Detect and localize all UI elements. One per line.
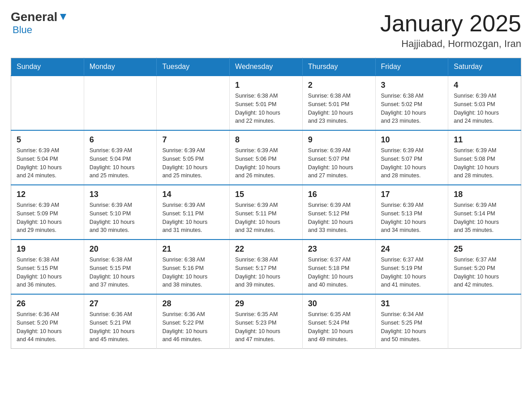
day-info: Sunrise: 6:39 AM Sunset: 5:06 PM Dayligh… [235,146,297,180]
calendar-cell: 31Sunrise: 6:34 AM Sunset: 5:25 PM Dayli… [375,294,448,349]
day-info: Sunrise: 6:39 AM Sunset: 5:07 PM Dayligh… [308,146,370,180]
day-info: Sunrise: 6:37 AM Sunset: 5:19 PM Dayligh… [381,256,443,289]
day-info: Sunrise: 6:38 AM Sunset: 5:17 PM Dayligh… [235,256,297,289]
logo: General Blue [11,11,68,36]
calendar-cell: 12Sunrise: 6:39 AM Sunset: 5:09 PM Dayli… [11,185,84,240]
calendar-cell: 11Sunrise: 6:39 AM Sunset: 5:08 PM Dayli… [448,130,521,185]
calendar-cell: 26Sunrise: 6:36 AM Sunset: 5:20 PM Dayli… [11,294,84,349]
day-info: Sunrise: 6:38 AM Sunset: 5:15 PM Dayligh… [17,256,78,289]
day-info: Sunrise: 6:39 AM Sunset: 5:04 PM Dayligh… [90,146,151,180]
day-number: 21 [162,244,224,254]
day-info: Sunrise: 6:39 AM Sunset: 5:09 PM Dayligh… [17,201,78,235]
day-number: 11 [454,135,515,145]
calendar-cell: 8Sunrise: 6:39 AM Sunset: 5:06 PM Daylig… [230,130,303,185]
day-number: 14 [162,190,224,199]
calendar-cell: 20Sunrise: 6:38 AM Sunset: 5:15 PM Dayli… [84,240,157,294]
day-number: 6 [90,135,151,145]
day-info: Sunrise: 6:39 AM Sunset: 5:03 PM Dayligh… [454,92,515,125]
calendar-cell: 14Sunrise: 6:39 AM Sunset: 5:11 PM Dayli… [157,185,230,240]
day-info: Sunrise: 6:39 AM Sunset: 5:04 PM Dayligh… [17,146,78,180]
day-number: 13 [90,190,151,199]
day-info: Sunrise: 6:37 AM Sunset: 5:18 PM Dayligh… [308,256,370,289]
day-number: 20 [90,244,151,254]
day-number: 12 [17,190,78,199]
day-number: 23 [308,244,370,254]
calendar-week-row: 5Sunrise: 6:39 AM Sunset: 5:04 PM Daylig… [11,130,521,185]
day-info: Sunrise: 6:39 AM Sunset: 5:14 PM Dayligh… [454,201,515,235]
calendar-subtitle: Hajjiabad, Hormozgan, Iran [380,38,521,50]
day-number: 4 [454,81,515,90]
day-info: Sunrise: 6:39 AM Sunset: 5:13 PM Dayligh… [381,201,443,235]
day-info: Sunrise: 6:36 AM Sunset: 5:20 PM Dayligh… [17,310,78,344]
calendar-cell: 9Sunrise: 6:39 AM Sunset: 5:07 PM Daylig… [302,130,375,185]
logo-general-text: General [11,11,57,23]
calendar-cell: 7Sunrise: 6:39 AM Sunset: 5:05 PM Daylig… [157,130,230,185]
day-info: Sunrise: 6:38 AM Sunset: 5:02 PM Dayligh… [381,92,443,125]
day-info: Sunrise: 6:38 AM Sunset: 5:15 PM Dayligh… [90,256,151,289]
calendar-cell: 18Sunrise: 6:39 AM Sunset: 5:14 PM Dayli… [448,185,521,240]
day-number: 10 [381,135,443,145]
day-number: 15 [235,190,297,199]
calendar-week-row: 1Sunrise: 6:38 AM Sunset: 5:01 PM Daylig… [11,76,521,130]
calendar-cell: 23Sunrise: 6:37 AM Sunset: 5:18 PM Dayli… [302,240,375,294]
calendar-cell: 10Sunrise: 6:39 AM Sunset: 5:07 PM Dayli… [375,130,448,185]
day-info: Sunrise: 6:39 AM Sunset: 5:08 PM Dayligh… [454,146,515,180]
day-info: Sunrise: 6:38 AM Sunset: 5:01 PM Dayligh… [235,92,297,125]
calendar-cell: 28Sunrise: 6:36 AM Sunset: 5:22 PM Dayli… [157,294,230,349]
calendar-header-row: SundayMondayTuesdayWednesdayThursdayFrid… [11,58,521,76]
calendar-cell [11,76,84,130]
calendar-title: January 2025 [380,11,521,36]
day-info: Sunrise: 6:37 AM Sunset: 5:20 PM Dayligh… [454,256,515,289]
day-info: Sunrise: 6:38 AM Sunset: 5:16 PM Dayligh… [162,256,224,289]
day-number: 7 [162,135,224,145]
logo-blue-text: Blue [13,24,32,36]
calendar-cell: 5Sunrise: 6:39 AM Sunset: 5:04 PM Daylig… [11,130,84,185]
calendar-cell: 17Sunrise: 6:39 AM Sunset: 5:13 PM Dayli… [375,185,448,240]
calendar-cell: 15Sunrise: 6:39 AM Sunset: 5:11 PM Dayli… [230,185,303,240]
calendar-cell: 13Sunrise: 6:39 AM Sunset: 5:10 PM Dayli… [84,185,157,240]
calendar-cell: 24Sunrise: 6:37 AM Sunset: 5:19 PM Dayli… [375,240,448,294]
calendar-cell: 1Sunrise: 6:38 AM Sunset: 5:01 PM Daylig… [230,76,303,130]
calendar-cell: 25Sunrise: 6:37 AM Sunset: 5:20 PM Dayli… [448,240,521,294]
calendar-cell: 29Sunrise: 6:35 AM Sunset: 5:23 PM Dayli… [230,294,303,349]
calendar-cell: 21Sunrise: 6:38 AM Sunset: 5:16 PM Dayli… [157,240,230,294]
day-number: 5 [17,135,78,145]
day-number: 3 [381,81,443,90]
day-number: 25 [454,244,515,254]
calendar-cell: 3Sunrise: 6:38 AM Sunset: 5:02 PM Daylig… [375,76,448,130]
day-info: Sunrise: 6:39 AM Sunset: 5:05 PM Dayligh… [162,146,224,180]
calendar-cell: 22Sunrise: 6:38 AM Sunset: 5:17 PM Dayli… [230,240,303,294]
calendar-cell [84,76,157,130]
calendar-cell [157,76,230,130]
day-number: 2 [308,81,370,90]
day-info: Sunrise: 6:35 AM Sunset: 5:24 PM Dayligh… [308,310,370,344]
day-number: 9 [308,135,370,145]
calendar-cell [448,294,521,349]
day-number: 27 [90,299,151,308]
header-friday: Friday [375,58,448,76]
day-info: Sunrise: 6:36 AM Sunset: 5:22 PM Dayligh… [162,310,224,344]
page-header: General Blue January 2025 Hajjiabad, Hor… [11,11,521,50]
calendar-cell: 4Sunrise: 6:39 AM Sunset: 5:03 PM Daylig… [448,76,521,130]
day-info: Sunrise: 6:35 AM Sunset: 5:23 PM Dayligh… [235,310,297,344]
day-number: 29 [235,299,297,308]
title-block: January 2025 Hajjiabad, Hormozgan, Iran [380,11,521,50]
calendar-week-row: 19Sunrise: 6:38 AM Sunset: 5:15 PM Dayli… [11,240,521,294]
day-info: Sunrise: 6:39 AM Sunset: 5:10 PM Dayligh… [90,201,151,235]
day-number: 24 [381,244,443,254]
header-tuesday: Tuesday [157,58,230,76]
day-number: 26 [17,299,78,308]
day-info: Sunrise: 6:34 AM Sunset: 5:25 PM Dayligh… [381,310,443,344]
day-number: 17 [381,190,443,199]
calendar-cell: 2Sunrise: 6:38 AM Sunset: 5:01 PM Daylig… [302,76,375,130]
day-number: 31 [381,299,443,308]
day-number: 30 [308,299,370,308]
day-number: 1 [235,81,297,90]
day-info: Sunrise: 6:39 AM Sunset: 5:11 PM Dayligh… [235,201,297,235]
calendar-cell: 30Sunrise: 6:35 AM Sunset: 5:24 PM Dayli… [302,294,375,349]
calendar-week-row: 26Sunrise: 6:36 AM Sunset: 5:20 PM Dayli… [11,294,521,349]
day-info: Sunrise: 6:36 AM Sunset: 5:21 PM Dayligh… [90,310,151,344]
day-number: 22 [235,244,297,254]
day-info: Sunrise: 6:38 AM Sunset: 5:01 PM Dayligh… [308,92,370,125]
header-saturday: Saturday [448,58,521,76]
